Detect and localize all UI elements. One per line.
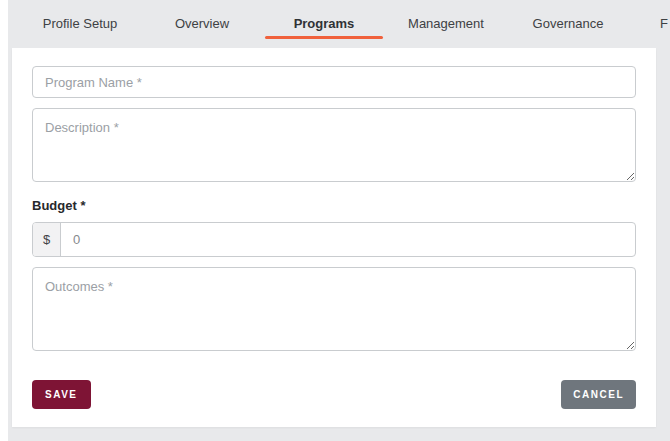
cancel-button[interactable]: CANCEL	[561, 380, 636, 409]
tab-programs[interactable]: Programs	[263, 0, 385, 47]
program-name-input[interactable]	[32, 66, 636, 98]
form-actions: SAVE CANCEL	[32, 380, 636, 409]
budget-label: Budget *	[32, 198, 636, 213]
tab-bar: Profile Setup Overview Programs Manageme…	[19, 0, 670, 47]
budget-input[interactable]	[61, 223, 635, 256]
active-tab-underline	[265, 36, 383, 39]
tab-label: Programs	[294, 16, 355, 31]
tab-label: Governance	[533, 16, 604, 31]
tab-governance[interactable]: Governance	[507, 0, 629, 47]
program-form-card: Budget * $ SAVE CANCEL	[12, 48, 656, 427]
tab-management[interactable]: Management	[385, 0, 507, 47]
tab-label: Overview	[175, 16, 229, 31]
content-panel: Profile Setup Overview Programs Manageme…	[8, 0, 670, 441]
tab-profile-setup[interactable]: Profile Setup	[19, 0, 141, 47]
tab-label: Management	[408, 16, 484, 31]
tab-overview[interactable]: Overview	[141, 0, 263, 47]
currency-prefix: $	[33, 223, 61, 256]
budget-input-group: $	[32, 222, 636, 257]
save-button[interactable]: SAVE	[32, 380, 91, 409]
description-textarea[interactable]	[32, 108, 636, 182]
tab-partial-cutoff[interactable]: F	[629, 0, 670, 47]
tab-label: Profile Setup	[43, 16, 117, 31]
tab-label: F	[660, 16, 668, 31]
outcomes-textarea[interactable]	[32, 267, 636, 351]
